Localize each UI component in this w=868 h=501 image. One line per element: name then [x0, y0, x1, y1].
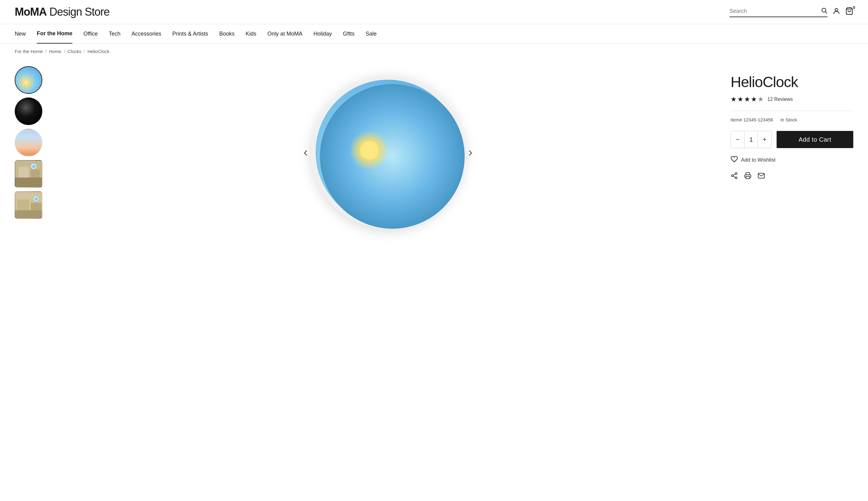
cart-count: 0 — [853, 5, 855, 10]
nav-item-only-at-moma[interactable]: Only at MoMA — [267, 24, 303, 43]
share-icon — [731, 172, 738, 179]
room1-image — [15, 161, 42, 188]
nav-item-holiday[interactable]: Holiday — [314, 24, 332, 43]
header: MoMA Design Store 0 — [0, 0, 868, 24]
product-page: ‹ — [0, 59, 868, 245]
search-input[interactable] — [729, 8, 821, 14]
nav-item-office[interactable]: Office — [83, 24, 98, 43]
nav-item-books[interactable]: Books — [219, 24, 235, 43]
nav-item-tech[interactable]: Tech — [109, 24, 120, 43]
thumbnail-sky[interactable] — [15, 66, 42, 94]
breadcrumb-for-the-home[interactable]: For the Home — [15, 49, 43, 54]
account-icon — [833, 7, 840, 15]
svg-rect-13 — [17, 200, 29, 210]
add-to-cart-button[interactable]: Add to Cart — [776, 131, 853, 148]
search-icon — [821, 7, 827, 14]
room2-image — [15, 192, 42, 219]
svg-point-17 — [35, 197, 36, 199]
logo[interactable]: MoMA Design Store — [15, 6, 109, 18]
product-title: HelioClock — [731, 74, 853, 90]
breadcrumb-sep-1: / — [45, 49, 46, 54]
svg-line-1 — [825, 12, 827, 13]
breadcrumb-sep-3: / — [84, 49, 85, 54]
stock-status: In Stock — [780, 117, 797, 122]
rating-row: ★ ★ ★ ★ ★ 12 Reviews — [731, 95, 853, 103]
star-5: ★ — [758, 95, 764, 103]
email-button[interactable] — [758, 172, 765, 181]
svg-rect-12 — [15, 210, 42, 219]
item-number: Item# 12345-123456 — [731, 117, 773, 122]
svg-rect-7 — [31, 170, 40, 178]
svg-rect-6 — [18, 167, 29, 178]
account-button[interactable] — [833, 7, 840, 17]
nav-item-prints-artists[interactable]: Prints & Artists — [172, 24, 208, 43]
review-count: 12 Reviews — [768, 97, 793, 102]
thumbnail-room1[interactable] — [15, 160, 42, 188]
svg-line-26 — [733, 174, 735, 175]
cart-button[interactable]: 0 — [845, 7, 853, 17]
cart-icon — [845, 7, 853, 15]
nav-item-gftts[interactable]: Gftts — [343, 24, 354, 43]
search-button[interactable] — [821, 7, 827, 15]
logo-light: Design Store — [46, 6, 109, 18]
nav-item-sale[interactable]: Sale — [366, 24, 377, 43]
heart-svg — [731, 156, 738, 163]
quantity-value: 1 — [744, 131, 758, 148]
heart-icon — [731, 156, 738, 165]
product-main-image — [311, 75, 465, 229]
svg-rect-14 — [31, 203, 41, 210]
share-row — [731, 172, 853, 181]
svg-line-25 — [733, 176, 735, 178]
svg-point-16 — [34, 196, 38, 201]
svg-point-10 — [32, 165, 34, 166]
product-details: HelioClock ★ ★ ★ ★ ★ 12 Reviews Item# 12… — [731, 66, 853, 238]
star-rating: ★ ★ ★ ★ ★ — [731, 95, 764, 103]
cart-row: − 1 + Add to Cart — [731, 131, 853, 148]
svg-rect-5 — [15, 178, 42, 188]
nav-item-accessories[interactable]: Accessories — [131, 24, 161, 43]
product-image-area: ‹ — [60, 66, 716, 238]
header-actions: 0 — [729, 7, 853, 17]
wishlist-row[interactable]: Add to Wishlist — [731, 156, 853, 165]
prev-image-button[interactable]: ‹ — [300, 142, 311, 163]
breadcrumb: For the Home / Home / Clocks / HelioCloc… — [0, 44, 868, 59]
search-wrapper — [729, 7, 827, 17]
svg-point-2 — [835, 8, 838, 11]
breadcrumb-sep-2: / — [64, 49, 65, 54]
thumbnail-sunset[interactable] — [15, 129, 42, 156]
thumbnail-room2[interactable] — [15, 191, 42, 219]
star-1: ★ — [731, 95, 737, 103]
star-3: ★ — [744, 95, 750, 103]
svg-rect-27 — [746, 176, 750, 179]
star-4: ★ — [751, 95, 757, 103]
product-thumbnails — [15, 66, 45, 238]
product-image-svg — [316, 80, 469, 233]
breadcrumb-home[interactable]: Home — [49, 49, 61, 54]
wishlist-label: Add to Wishlist — [741, 157, 775, 163]
svg-point-19 — [320, 84, 465, 229]
main-navigation: New For the Home Office Tech Accessories… — [0, 24, 868, 44]
breadcrumb-current: HelioClock — [87, 49, 109, 54]
quantity-control: − 1 + — [731, 131, 772, 148]
breadcrumb-clocks[interactable]: Clocks — [67, 49, 81, 54]
divider-1 — [731, 111, 853, 111]
logo-bold: MoMA — [15, 6, 46, 18]
nav-item-kids[interactable]: Kids — [246, 24, 256, 43]
item-info: Item# 12345-123456 In Stock — [731, 117, 853, 122]
print-button[interactable] — [744, 172, 751, 181]
thumbnail-black[interactable] — [15, 97, 42, 125]
svg-point-21 — [360, 141, 379, 159]
nav-item-for-the-home[interactable]: For the Home — [37, 24, 72, 44]
print-icon — [744, 172, 751, 179]
svg-point-9 — [32, 164, 36, 168]
quantity-increase-button[interactable]: + — [758, 131, 771, 148]
share-button[interactable] — [731, 172, 738, 181]
email-icon — [758, 172, 765, 179]
quantity-decrease-button[interactable]: − — [731, 131, 744, 148]
nav-item-new[interactable]: New — [15, 24, 26, 43]
star-2: ★ — [737, 95, 743, 103]
